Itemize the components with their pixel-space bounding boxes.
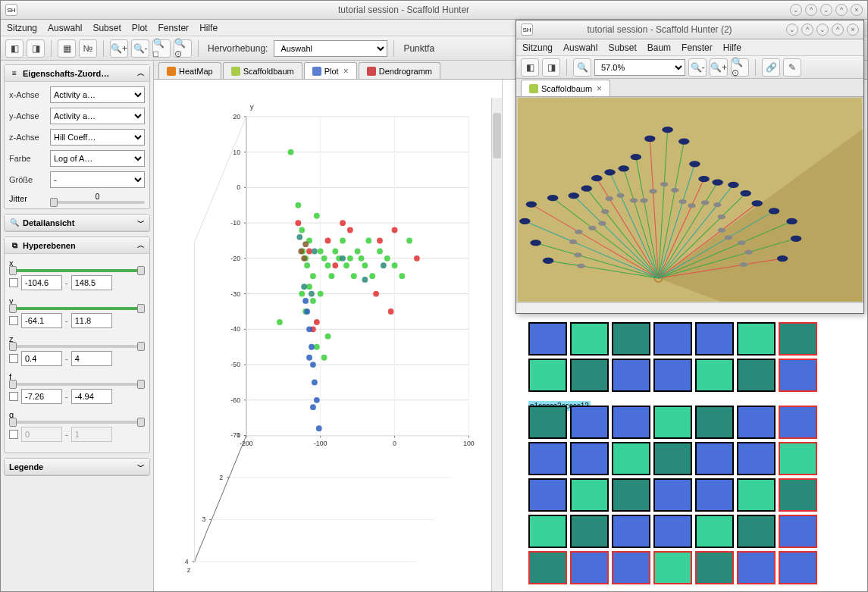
treemap-cell[interactable] bbox=[612, 442, 650, 475]
tab-scaffoldbaum2[interactable]: Scaffoldbaum × bbox=[521, 80, 610, 96]
layout-right-icon[interactable]: ◨ bbox=[542, 58, 560, 77]
hyper-f-min[interactable] bbox=[21, 389, 62, 404]
treemap-cell[interactable] bbox=[528, 322, 567, 356]
layout-right-icon[interactable]: ◨ bbox=[27, 39, 45, 58]
hyper-y-check[interactable] bbox=[9, 316, 18, 325]
scatter-plot[interactable]: y20100-10-20-30-40-50-60-70-200-1000100z… bbox=[154, 80, 502, 591]
expand-icon[interactable]: ﹀ bbox=[137, 462, 145, 472]
radial-tree[interactable] bbox=[517, 98, 863, 302]
treemap-cell[interactable] bbox=[653, 551, 692, 584]
hyper-x-check[interactable] bbox=[9, 278, 18, 287]
minimize-button[interactable]: ⌄ bbox=[820, 4, 832, 16]
treemap-cell[interactable] bbox=[737, 322, 776, 356]
menu-hilfe[interactable]: Hilfe bbox=[199, 23, 218, 33]
titlebar-extra2-button[interactable]: ^ bbox=[801, 23, 813, 36]
tab-close-icon[interactable]: × bbox=[597, 83, 602, 94]
treemap[interactable]: n1ccccc2ccccc12 bbox=[528, 322, 867, 591]
treemap-cell[interactable] bbox=[779, 442, 817, 475]
z-axis-select[interactable]: Hill Coeff… bbox=[50, 129, 145, 146]
treemap-cell[interactable] bbox=[737, 551, 776, 584]
treemap-cell[interactable] bbox=[653, 515, 692, 548]
secondary-titlebar[interactable]: SH tutorial session - Scaffold Hunter (2… bbox=[516, 20, 863, 39]
expand-icon[interactable]: ﹀ bbox=[137, 218, 145, 228]
collapse-icon[interactable]: ︿ bbox=[137, 68, 145, 79]
plot-area[interactable]: y20100-10-20-30-40-50-60-70-200-1000100z… bbox=[154, 80, 503, 591]
jitter-slider[interactable] bbox=[50, 201, 145, 204]
tab-close-icon[interactable]: × bbox=[343, 66, 349, 77]
treemap-cell[interactable] bbox=[779, 406, 817, 439]
hyper-z-slider[interactable] bbox=[9, 345, 145, 348]
hyper-x-slider[interactable] bbox=[9, 269, 145, 272]
treemap-cell[interactable] bbox=[695, 442, 734, 475]
hyper-x-max[interactable] bbox=[71, 275, 112, 290]
treemap-cell[interactable] bbox=[570, 442, 609, 475]
hyper-g-check[interactable] bbox=[9, 430, 18, 439]
menu-subset[interactable]: Subset bbox=[92, 23, 121, 33]
close-button[interactable]: × bbox=[847, 23, 859, 36]
hyper-panel-head[interactable]: ⧉ Hyperebenen ︿ bbox=[5, 237, 149, 254]
hyper-f-slider[interactable] bbox=[9, 383, 145, 386]
treemap-cell[interactable] bbox=[779, 322, 817, 356]
brush-icon[interactable]: ✎ bbox=[783, 58, 801, 77]
props-panel-head[interactable]: ≡ Eigenschafts-Zuord… ︿ bbox=[5, 65, 149, 82]
hyper-f-check[interactable] bbox=[9, 392, 18, 401]
treemap-cell[interactable] bbox=[570, 359, 609, 392]
tab-heatmap[interactable]: HeatMap bbox=[158, 62, 221, 79]
menu2-subset[interactable]: Subset bbox=[608, 42, 636, 53]
treemap-cell[interactable] bbox=[653, 478, 692, 512]
legend-panel-head[interactable]: Legende ﹀ bbox=[5, 459, 149, 475]
zoom-out-icon[interactable]: 🔍- bbox=[688, 58, 707, 77]
tab-dendrogramm[interactable]: Dendrogramm bbox=[359, 62, 440, 79]
x-axis-select[interactable]: Activity a… bbox=[50, 86, 145, 103]
highlight-select[interactable]: Auswahl bbox=[274, 40, 387, 57]
menu-sitzung[interactable]: Sitzung bbox=[7, 23, 37, 33]
zoom-sel-icon[interactable]: 🔍⊙ bbox=[174, 39, 192, 58]
titlebar-extra1-button[interactable]: ⌄ bbox=[786, 23, 798, 36]
treemap-cell[interactable] bbox=[737, 359, 776, 392]
secondary-hscroll[interactable] bbox=[516, 302, 863, 313]
hyper-g-slider[interactable] bbox=[9, 421, 145, 424]
zoom-out-icon[interactable]: 🔍- bbox=[131, 39, 149, 58]
treemap-cell[interactable] bbox=[528, 551, 567, 584]
zoom-fit-icon[interactable]: 🔍 bbox=[573, 58, 591, 77]
treemap-cell[interactable] bbox=[612, 322, 650, 356]
menu-plot[interactable]: Plot bbox=[132, 23, 148, 33]
treemap-cell[interactable] bbox=[570, 478, 609, 512]
treemap-cell[interactable] bbox=[653, 442, 692, 475]
menu2-hilfe[interactable]: Hilfe bbox=[723, 42, 741, 53]
treemap-cell[interactable] bbox=[612, 406, 650, 439]
collapse-icon[interactable]: ︿ bbox=[137, 240, 145, 251]
maximize-button[interactable]: ^ bbox=[832, 23, 844, 36]
treemap-cell[interactable] bbox=[737, 515, 776, 548]
treemap-cell[interactable] bbox=[695, 478, 734, 512]
secondary-window[interactable]: SH tutorial session - Scaffold Hunter (2… bbox=[515, 20, 864, 314]
link-icon[interactable]: 🔗 bbox=[762, 58, 780, 77]
minimize-button[interactable]: ⌄ bbox=[816, 23, 829, 36]
layout-left-icon[interactable]: ◧ bbox=[521, 58, 539, 77]
menu2-sitzung[interactable]: Sitzung bbox=[522, 42, 553, 53]
size-select[interactable]: - bbox=[50, 171, 145, 188]
tab-plot[interactable]: Plot× bbox=[304, 62, 357, 79]
hyper-y-max[interactable] bbox=[71, 313, 112, 328]
treemap-cell[interactable] bbox=[695, 359, 734, 392]
treemap-cell[interactable] bbox=[653, 406, 692, 439]
treemap-cell[interactable] bbox=[779, 515, 817, 548]
zoom-select[interactable]: 57.0% bbox=[594, 59, 685, 76]
menu2-auswahl[interactable]: Auswahl bbox=[563, 42, 597, 53]
treemap-cell[interactable] bbox=[612, 478, 650, 512]
treemap-cell[interactable] bbox=[528, 359, 567, 392]
treemap-cell[interactable] bbox=[528, 478, 567, 512]
treemap-cell[interactable] bbox=[779, 551, 817, 584]
treemap-cell[interactable] bbox=[779, 478, 817, 512]
hyper-y-min[interactable] bbox=[21, 313, 62, 328]
hyper-f-max[interactable] bbox=[71, 389, 112, 404]
detail-panel-head[interactable]: 🔍 Detailansicht ﹀ bbox=[5, 215, 149, 231]
y-axis-select[interactable]: Activity a… bbox=[50, 108, 145, 124]
layout-left-icon[interactable]: ◧ bbox=[5, 39, 24, 58]
treemap-cell[interactable] bbox=[737, 442, 776, 475]
menu-auswahl[interactable]: Auswahl bbox=[48, 23, 82, 33]
hyper-z-min[interactable] bbox=[21, 351, 62, 366]
menu2-baum[interactable]: Baum bbox=[647, 42, 671, 53]
tab-scaffoldbaum[interactable]: Scaffoldbaum bbox=[223, 62, 302, 79]
treemap-cell[interactable] bbox=[695, 406, 734, 439]
